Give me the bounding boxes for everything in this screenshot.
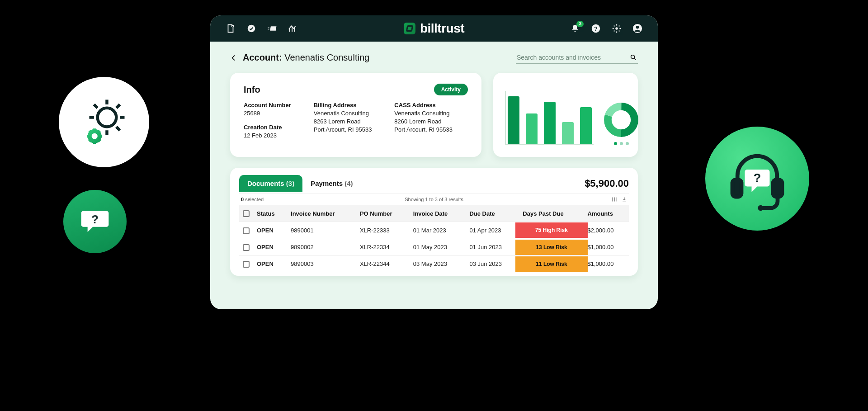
brand-logo-icon — [404, 23, 415, 34]
col-amounts[interactable]: Amounts — [584, 205, 629, 222]
bar — [508, 96, 519, 144]
deco-support-bubble: ? — [705, 127, 809, 231]
page-title: Account: Venenatis Consulting — [243, 52, 369, 63]
cell-invoice-date: 01 May 2023 — [410, 239, 466, 255]
col-status[interactable]: Status — [253, 205, 287, 222]
svg-point-4 — [615, 27, 618, 30]
card-icon[interactable] — [267, 24, 277, 33]
filter-icon[interactable] — [602, 197, 607, 202]
svg-text:?: ? — [91, 213, 99, 226]
risk-pill: 13 Low Risk — [515, 240, 587, 255]
bar — [526, 113, 538, 144]
billing-address-label: Billing Address — [314, 102, 372, 109]
svg-point-6 — [636, 26, 639, 29]
col-due-date[interactable]: Due Date — [466, 205, 519, 222]
row-checkbox[interactable] — [243, 227, 250, 234]
risk-pill: 75 High Risk — [515, 222, 587, 238]
check-circle-icon[interactable] — [246, 24, 256, 33]
cell-invoice: 9890003 — [287, 255, 356, 272]
svg-point-7 — [631, 55, 635, 59]
row-checkbox[interactable] — [243, 244, 250, 251]
svg-point-11 — [98, 108, 117, 127]
table-row[interactable]: OPEN9890001XLR-2233301 Mar 202301 Apr 20… — [239, 222, 629, 239]
svg-rect-16 — [773, 180, 782, 197]
chart-pager-dots — [604, 142, 639, 145]
cell-due-date: 01 Jun 2023 — [466, 239, 519, 255]
cell-po: XLR-22333 — [356, 222, 410, 239]
brand: billtrust — [298, 21, 570, 36]
tab-documents[interactable]: Documents (3) — [239, 175, 302, 192]
search-input[interactable] — [517, 54, 623, 61]
download-icon[interactable] — [622, 197, 627, 202]
svg-text:?: ? — [594, 25, 598, 32]
documents-total: $5,900.00 — [585, 178, 629, 189]
cell-amount: $1,000.00 — [584, 239, 629, 255]
bar — [562, 122, 574, 145]
settings-icon[interactable] — [612, 24, 622, 33]
cell-amount: $1,000.00 — [584, 255, 629, 272]
col-po-number[interactable]: PO Number — [356, 205, 410, 222]
creation-date-label: Creation Date — [244, 124, 291, 131]
documents-card: Documents (3)Payments (4)$5,900.00 0 sel… — [230, 168, 638, 275]
creation-date-value: 12 Feb 2023 — [244, 132, 291, 140]
cell-po: XLR-22334 — [356, 239, 410, 255]
svg-point-13 — [92, 133, 98, 139]
cell-invoice: 9890001 — [287, 222, 356, 239]
col-invoice-number[interactable]: Invoice Number — [287, 205, 356, 222]
donut-chart — [604, 102, 639, 137]
activity-button[interactable]: Activity — [434, 84, 468, 95]
cell-status: OPEN — [253, 239, 287, 255]
info-card: Info Activity Account Number 25689 Creat… — [230, 73, 481, 157]
search-input-wrap — [516, 52, 638, 64]
cell-invoice: 9890002 — [287, 239, 356, 255]
col-days-past-due[interactable]: Days Past Due — [519, 205, 584, 222]
col-invoice-date[interactable]: Invoice Date — [410, 205, 466, 222]
svg-rect-15 — [732, 180, 741, 197]
showing-text: Showing 1 to 3 of 3 results — [405, 197, 463, 202]
chart-card — [493, 73, 638, 157]
cell-invoice-date: 03 May 2023 — [410, 255, 466, 272]
account-number-value: 25689 — [244, 109, 291, 118]
cass-address-label: CASS Address — [394, 102, 453, 109]
profile-icon[interactable] — [632, 24, 642, 33]
help-icon[interactable]: ? — [591, 24, 601, 33]
table-row[interactable]: OPEN9890002XLR-2233401 May 202301 Jun 20… — [239, 239, 629, 255]
notification-badge: 3 — [576, 21, 584, 27]
bar — [544, 102, 556, 144]
topbar: billtrust 3 ? — [210, 15, 658, 42]
risk-pill: 11 Low Risk — [515, 256, 587, 272]
cell-due-date: 03 Jun 2023 — [466, 255, 519, 272]
cell-status: OPEN — [253, 255, 287, 272]
selected-count: 0 selected — [241, 197, 264, 202]
table-row[interactable]: OPEN9890003XLR-2234403 May 202303 Jun 20… — [239, 255, 629, 272]
analytics-icon[interactable] — [288, 24, 298, 33]
info-heading: Info — [244, 85, 260, 95]
pager-dot[interactable] — [626, 142, 629, 145]
account-number-label: Account Number — [244, 102, 291, 109]
deco-settings-bubble — [59, 77, 149, 167]
subbar: Account: Venenatis Consulting — [210, 42, 658, 68]
billing-address-value: Venenatis Consulting 8263 Lorem Road Por… — [314, 109, 372, 134]
search-icon[interactable] — [630, 53, 637, 61]
cell-invoice-date: 01 Mar 2023 — [410, 222, 466, 239]
svg-text:?: ? — [754, 171, 761, 185]
bar-chart — [505, 91, 594, 145]
svg-point-17 — [758, 205, 764, 211]
columns-icon[interactable] — [612, 197, 617, 202]
app-window: billtrust 3 ? Account: Venenatis Consult… — [208, 13, 660, 312]
row-checkbox[interactable] — [243, 261, 250, 268]
cell-amount: $2,000.00 — [584, 222, 629, 239]
cell-due-date: 01 Apr 2023 — [466, 222, 519, 239]
cell-po: XLR-22344 — [356, 255, 410, 272]
deco-chat-bubble: ? — [63, 190, 127, 253]
pager-dot[interactable] — [620, 142, 623, 145]
bar — [580, 107, 592, 145]
tab-payments[interactable]: Payments (4) — [302, 175, 361, 192]
documents-table: StatusInvoice NumberPO NumberInvoice Dat… — [239, 205, 629, 272]
clipboard-icon[interactable] — [226, 24, 236, 33]
brand-name: billtrust — [420, 21, 464, 36]
bell-icon[interactable]: 3 — [570, 24, 580, 33]
back-button[interactable] — [230, 54, 237, 61]
pager-dot[interactable] — [614, 142, 617, 145]
select-all-checkbox[interactable] — [243, 210, 250, 217]
